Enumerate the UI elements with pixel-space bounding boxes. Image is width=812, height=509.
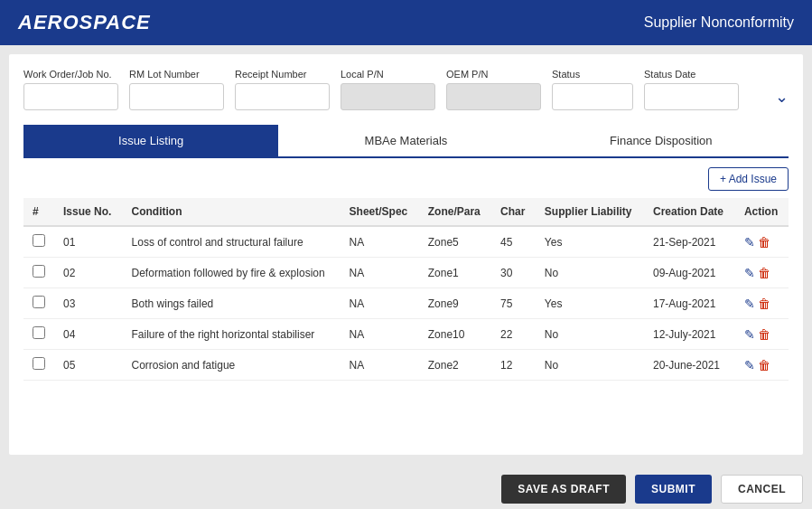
row-sheet-spec: NA [341,258,419,288]
row-checkbox-cell[interactable] [23,319,54,350]
dropdown-icon[interactable]: ⌄ [775,87,789,110]
local-pn-label: Local P/N [341,69,435,80]
tab-finance-disposition[interactable]: Finance Disposition [534,125,789,156]
header: AEROSPACE Supplier Nonconformity [0,0,812,45]
status-date-field: Status Date [644,69,739,110]
row-checkbox[interactable] [33,296,45,308]
row-checkbox-cell[interactable] [23,258,54,288]
row-creation-date: 09-Aug-2021 [644,258,735,288]
delete-icon[interactable]: 🗑 [758,266,770,280]
table-row: 05 Corrosion and fatigue NA Zone2 12 No … [23,350,789,381]
table-row: 04 Failure of the right horizontal stabi… [23,319,789,350]
toolbar: + Add Issue [23,167,789,191]
row-creation-date: 12-July-2021 [644,319,735,350]
table-header-row: # Issue No. Condition Sheet/Spec Zone/Pa… [23,198,789,226]
delete-icon[interactable]: 🗑 [758,297,770,311]
row-checkbox[interactable] [33,234,45,247]
row-creation-date: 20-June-2021 [644,350,735,381]
row-sheet-spec: NA [341,288,419,319]
col-char: Char [491,198,536,226]
table-row: 02 Deformation followed by fire & explos… [23,258,789,288]
col-sheet-spec: Sheet/Spec [341,198,419,226]
row-action-cell: ✎ 🗑 [735,258,789,288]
row-issue-no: 05 [54,350,123,381]
col-supplier-liability: Supplier Liability [536,198,644,226]
edit-icon[interactable]: ✎ [744,266,755,280]
issue-table: # Issue No. Condition Sheet/Spec Zone/Pa… [23,198,789,381]
row-action-cell: ✎ 🗑 [735,350,789,381]
row-zone-para: Zone1 [419,258,491,288]
col-hash: # [23,198,54,226]
table-row: 01 Loss of control and structural failur… [23,226,789,258]
delete-icon[interactable]: 🗑 [758,327,770,342]
col-zone-para: Zone/Para [419,198,491,226]
work-order-label: Work Order/Job No. [23,69,118,80]
tab-mbae-materials[interactable]: MBAe Materials [278,125,533,156]
row-checkbox[interactable] [33,357,45,370]
oem-pn-input[interactable] [446,83,541,110]
row-action-cell: ✎ 🗑 [735,226,789,258]
app-logo: AEROSPACE [18,11,151,34]
row-zone-para: Zone10 [419,319,491,350]
cancel-button[interactable]: CANCEL [721,475,803,504]
row-supplier-liability: No [536,319,644,350]
row-zone-para: Zone2 [419,350,491,381]
row-sheet-spec: NA [341,319,419,350]
row-condition: Failure of the right horizontal stabilis… [123,319,341,350]
row-condition: Deformation followed by fire & explosion [123,258,341,288]
add-issue-button[interactable]: + Add Issue [708,167,789,191]
col-condition: Condition [123,198,341,226]
col-creation-date: Creation Date [644,198,735,226]
row-zone-para: Zone9 [419,288,491,319]
edit-icon[interactable]: ✎ [744,235,755,250]
row-char: 30 [491,258,536,288]
row-char: 22 [491,319,536,350]
status-date-label: Status Date [644,69,739,80]
status-date-input[interactable] [644,83,739,110]
work-order-input[interactable] [23,83,118,110]
rm-lot-input[interactable] [129,83,224,110]
work-order-field: Work Order/Job No. [23,69,118,110]
main-content: Work Order/Job No. RM Lot Number Receipt… [9,54,803,455]
row-checkbox-cell[interactable] [23,288,54,319]
save-draft-button[interactable]: SAVE AS DRAFT [501,475,626,504]
row-creation-date: 21-Sep-2021 [644,226,735,258]
row-condition: Loss of control and structural failure [123,226,341,258]
oem-pn-label: OEM P/N [446,69,541,80]
row-issue-no: 04 [54,319,123,350]
row-checkbox[interactable] [33,326,45,339]
row-condition: Corrosion and fatigue [123,350,341,381]
edit-icon[interactable]: ✎ [744,327,755,342]
tab-bar: Issue Listing MBAe Materials Finance Dis… [23,125,789,158]
oem-pn-field: OEM P/N [446,69,541,110]
edit-icon[interactable]: ✎ [744,358,755,372]
rm-lot-label: RM Lot Number [129,69,224,80]
delete-icon[interactable]: 🗑 [758,235,770,250]
submit-button[interactable]: SUBMIT [635,475,712,504]
delete-icon[interactable]: 🗑 [758,358,770,372]
status-input[interactable] [552,83,633,110]
local-pn-field: Local P/N [341,69,435,110]
row-sheet-spec: NA [341,350,419,381]
row-checkbox-cell[interactable] [23,350,54,381]
form-fields: Work Order/Job No. RM Lot Number Receipt… [23,69,789,110]
row-char: 75 [491,288,536,319]
row-creation-date: 17-Aug-2021 [644,288,735,319]
row-supplier-liability: No [536,258,644,288]
row-checkbox[interactable] [33,265,45,278]
status-field: Status [552,69,633,110]
row-issue-no: 02 [54,258,123,288]
edit-icon[interactable]: ✎ [744,297,755,311]
row-issue-no: 03 [54,288,123,319]
row-checkbox-cell[interactable] [23,226,54,258]
col-action: Action [735,198,789,226]
tab-issue-listing[interactable]: Issue Listing [23,125,278,156]
row-action-cell: ✎ 🗑 [735,288,789,319]
receipt-input[interactable] [235,83,330,110]
row-char: 12 [491,350,536,381]
row-zone-para: Zone5 [419,226,491,258]
status-label: Status [552,69,633,80]
local-pn-input[interactable] [341,83,435,110]
receipt-label: Receipt Number [235,69,330,80]
row-sheet-spec: NA [341,226,419,258]
